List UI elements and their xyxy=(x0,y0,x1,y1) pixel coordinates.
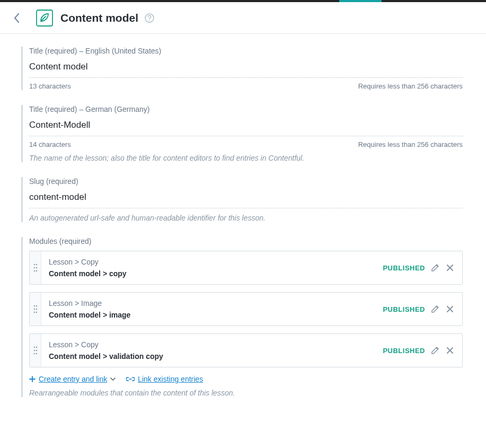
field-meta: 14 characters Requires less than 256 cha… xyxy=(29,140,463,148)
svg-point-15 xyxy=(33,347,34,348)
field-title-en: Title (required) – English (United State… xyxy=(21,47,463,90)
svg-point-20 xyxy=(36,353,37,354)
link-existing-button[interactable]: Link existing entries xyxy=(126,375,203,383)
module-card: Lesson > Copy Content model > validation… xyxy=(29,333,463,367)
char-count: 14 characters xyxy=(29,140,71,148)
create-entry-button[interactable]: Create entry and link xyxy=(29,375,116,383)
module-body[interactable]: Lesson > Copy Content model > validation… xyxy=(41,334,462,367)
pencil-icon xyxy=(431,263,439,272)
title-de-input[interactable] xyxy=(29,119,463,133)
link-existing-label: Link existing entries xyxy=(138,375,203,383)
divider xyxy=(29,208,463,208)
drag-handle[interactable] xyxy=(30,293,41,326)
svg-point-4 xyxy=(36,264,37,265)
svg-point-18 xyxy=(36,350,37,351)
content-area: Title (required) – English (United State… xyxy=(0,34,486,418)
module-card: Lesson > Copy Content model > copy PUBLI… xyxy=(29,251,463,285)
field-label: Title (required) – English (United State… xyxy=(29,47,463,55)
remove-button[interactable] xyxy=(445,346,455,355)
module-type: Lesson > Copy xyxy=(49,258,383,266)
field-help: Rearrangeable modules that contain the c… xyxy=(29,389,463,397)
drag-icon xyxy=(33,304,38,314)
module-type: Lesson > Image xyxy=(49,299,383,308)
chevron-down-icon xyxy=(110,376,116,382)
svg-point-16 xyxy=(36,347,37,348)
module-footer: Create entry and link Link existing entr… xyxy=(29,375,463,383)
char-count: 13 characters xyxy=(29,82,71,90)
divider xyxy=(29,77,463,78)
svg-point-10 xyxy=(36,305,37,306)
slug-input[interactable] xyxy=(29,191,463,205)
field-slug: Slug (required) An autogenerated url-saf… xyxy=(21,177,463,222)
page-header: Content model xyxy=(0,2,486,34)
svg-point-17 xyxy=(33,350,34,351)
help-button[interactable] xyxy=(145,13,154,23)
back-button[interactable] xyxy=(11,12,23,24)
chevron-left-icon xyxy=(13,13,21,23)
svg-point-7 xyxy=(33,270,34,271)
module-title: Content model > copy xyxy=(49,269,383,278)
svg-point-13 xyxy=(33,312,34,313)
remove-button[interactable] xyxy=(445,263,455,273)
drag-icon xyxy=(33,263,38,273)
field-label: Slug (required) xyxy=(29,177,463,186)
close-icon xyxy=(446,305,454,313)
page-title: Content model xyxy=(60,12,138,24)
create-entry-label: Create entry and link xyxy=(39,375,107,383)
module-title: Content model > image xyxy=(49,311,383,319)
close-icon xyxy=(446,264,454,271)
title-en-input[interactable] xyxy=(29,60,463,74)
char-limit: Requires less than 256 characters xyxy=(358,82,463,90)
plus-icon xyxy=(29,376,36,382)
svg-point-3 xyxy=(33,264,34,265)
topbar-accent xyxy=(339,0,382,2)
drag-icon xyxy=(33,346,38,355)
svg-point-6 xyxy=(36,267,37,268)
field-modules: Modules (required) Lesson > Copy Content… xyxy=(21,237,463,397)
edit-button[interactable] xyxy=(430,346,440,355)
module-type: Lesson > Copy xyxy=(49,340,383,349)
content-type-icon xyxy=(36,10,53,27)
svg-point-14 xyxy=(36,312,37,313)
leaf-icon xyxy=(36,10,53,27)
svg-point-2 xyxy=(149,20,150,21)
edit-button[interactable] xyxy=(430,263,440,273)
field-label: Modules (required) xyxy=(29,237,463,245)
drag-handle[interactable] xyxy=(30,251,41,284)
field-label: Title (required) – German (Germany) xyxy=(29,105,463,113)
field-help: An autogenerated url-safe and human-read… xyxy=(29,214,463,222)
svg-point-5 xyxy=(33,267,34,268)
svg-point-12 xyxy=(36,309,37,310)
pencil-icon xyxy=(431,346,439,355)
module-body[interactable]: Lesson > Image Content model > image PUB… xyxy=(41,293,462,326)
module-card: Lesson > Image Content model > image PUB… xyxy=(29,292,463,326)
svg-point-8 xyxy=(36,270,37,271)
module-body[interactable]: Lesson > Copy Content model > copy PUBLI… xyxy=(41,251,462,284)
divider xyxy=(29,136,463,136)
svg-point-9 xyxy=(33,305,34,306)
field-title-de: Title (required) – German (Germany) 14 c… xyxy=(21,105,463,162)
edit-button[interactable] xyxy=(430,304,440,314)
svg-point-11 xyxy=(33,309,34,310)
status-badge: PUBLISHED xyxy=(383,347,425,355)
field-help: The name of the lesson; also the title f… xyxy=(29,154,463,162)
pencil-icon xyxy=(431,305,439,313)
module-title: Content model > validation copy xyxy=(49,352,383,361)
status-badge: PUBLISHED xyxy=(383,264,425,272)
status-badge: PUBLISHED xyxy=(383,305,425,313)
char-limit: Requires less than 256 characters xyxy=(358,140,463,148)
remove-button[interactable] xyxy=(445,304,455,314)
svg-point-19 xyxy=(33,353,34,354)
help-icon xyxy=(145,13,154,23)
drag-handle[interactable] xyxy=(30,334,41,367)
field-meta: 13 characters Requires less than 256 cha… xyxy=(29,82,463,90)
close-icon xyxy=(446,347,454,354)
link-icon xyxy=(126,376,135,382)
